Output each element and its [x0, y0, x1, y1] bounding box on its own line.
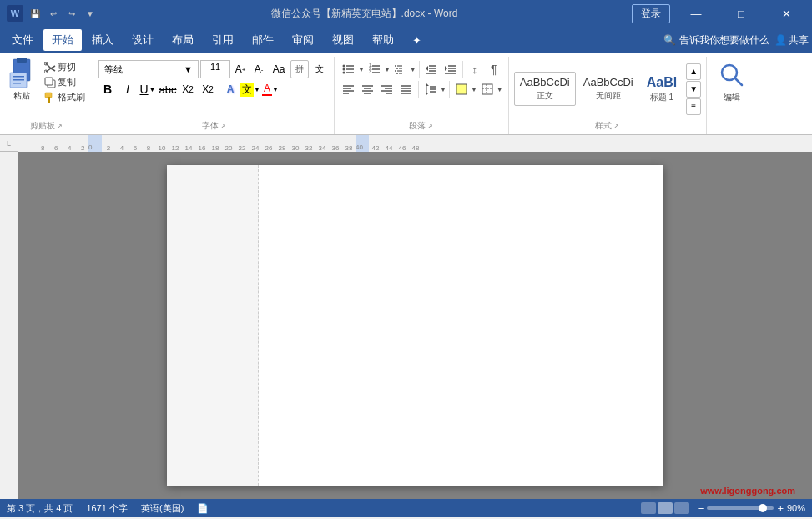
highlight-color-button[interactable]: 文▼: [241, 80, 260, 98]
borders-button[interactable]: [478, 80, 497, 98]
page-content-area[interactable]: [259, 165, 663, 457]
grow-font-button[interactable]: A+: [232, 60, 249, 78]
justify-button[interactable]: [397, 80, 416, 98]
superscript-button[interactable]: X2: [199, 80, 217, 98]
zoom-percent: 90%: [787, 503, 805, 513]
zoom-out-btn[interactable]: −: [698, 502, 704, 515]
increase-indent-button[interactable]: [441, 60, 460, 78]
menu-review[interactable]: 审阅: [284, 29, 322, 51]
ruler-corner[interactable]: L: [0, 135, 18, 152]
menu-design[interactable]: 设计: [124, 29, 162, 51]
styles-label[interactable]: 样式 ↗: [514, 118, 701, 134]
subscript-button[interactable]: X2: [179, 80, 197, 98]
page-info: 第 3 页，共 4 页: [7, 502, 73, 515]
font-color-arrow: ▼: [272, 86, 279, 93]
bold-button[interactable]: B: [98, 80, 117, 98]
tell-me-label: 告诉我你想要做什么: [679, 33, 769, 48]
web-view-btn[interactable]: [674, 502, 689, 514]
style-nospacing-label: 无间距: [596, 90, 621, 102]
menu-lightbulb[interactable]: ✦: [404, 31, 430, 50]
clipboard-label[interactable]: 剪贴板 ↗: [5, 118, 88, 134]
line-spacing-arrow[interactable]: ▼: [440, 86, 446, 93]
copy-icon: [44, 77, 56, 88]
align-left-button[interactable]: [340, 80, 358, 98]
clear-formatting-button[interactable]: Aa: [269, 60, 289, 78]
redo-btn[interactable]: ↪: [65, 7, 78, 20]
font-size-box[interactable]: 11: [200, 60, 230, 78]
more-btn[interactable]: ▼: [83, 7, 97, 20]
zoom-in-btn[interactable]: +: [777, 502, 784, 515]
person-icon: 👤: [774, 34, 787, 46]
style-heading1[interactable]: AaBl 标题 1: [641, 71, 683, 108]
menu-layout[interactable]: 布局: [164, 29, 202, 51]
page-scroll-area[interactable]: [18, 152, 812, 499]
align-right-button[interactable]: [378, 80, 396, 98]
text-effects-button[interactable]: A: [221, 80, 240, 98]
italic-button[interactable]: I: [119, 80, 137, 98]
print-view-btn[interactable]: [658, 502, 673, 514]
copy-label: 复制: [58, 76, 76, 88]
close-button[interactable]: ✕: [767, 0, 805, 27]
font-section-label[interactable]: 字体 ↗: [98, 118, 329, 134]
menu-file[interactable]: 文件: [3, 29, 42, 51]
find-button[interactable]: 编辑: [712, 57, 752, 134]
phonetic-guide-button[interactable]: 拼: [290, 60, 309, 78]
numbered-list-button[interactable]: 1.2.3.: [366, 60, 384, 78]
read-view-btn[interactable]: [641, 502, 656, 514]
styles-scroll-buttons: ▲ ▼ ≡: [686, 63, 701, 115]
format-painter-button[interactable]: 格式刷: [42, 90, 88, 104]
status-bar: 第 3 页，共 4 页 1671 个字 英语(美国) 📄 − + 90% www…: [0, 499, 812, 517]
copy-button[interactable]: 复制: [42, 75, 88, 89]
bullet-list-button[interactable]: [340, 60, 358, 78]
shading-button[interactable]: [452, 80, 471, 98]
divider: [219, 81, 219, 98]
paste-button[interactable]: 粘贴: [5, 57, 38, 103]
char-shading-button[interactable]: 文: [310, 60, 329, 78]
decrease-indent-button[interactable]: [422, 60, 441, 78]
menu-view[interactable]: 视图: [324, 29, 362, 51]
zoom-slider[interactable]: [707, 506, 774, 510]
highlight-arrow: ▼: [254, 86, 260, 93]
ruler-ticks: -8 -6 -4 -2 0 2 4 6 8 10 12 14 16 18 20 …: [35, 135, 422, 152]
svg-point-30: [396, 73, 398, 74]
multilevel-list-arrow[interactable]: ▼: [410, 66, 416, 73]
menu-references[interactable]: 引用: [204, 29, 242, 51]
paragraph-label[interactable]: 段落 ↗: [340, 118, 503, 134]
align-center-button[interactable]: [359, 80, 377, 98]
menu-home[interactable]: 开始: [43, 29, 82, 51]
sort-button[interactable]: ↕: [466, 60, 484, 78]
strikethrough-button[interactable]: abc: [159, 80, 177, 98]
styles-scroll-down[interactable]: ▼: [686, 81, 701, 98]
font-color-button[interactable]: A▼: [261, 80, 280, 98]
login-button[interactable]: 登录: [632, 4, 670, 23]
styles-scroll-up[interactable]: ▲: [686, 63, 701, 80]
underline-button[interactable]: U▼: [139, 80, 157, 98]
svg-rect-64: [456, 84, 467, 94]
share-button[interactable]: 👤 共享: [774, 33, 809, 48]
shading-arrow[interactable]: ▼: [471, 86, 477, 93]
save-btn[interactable]: 💾: [28, 7, 42, 20]
clipboard-small-btns: 剪切 复制 格式刷: [42, 57, 88, 104]
menu-mailings[interactable]: 邮件: [244, 29, 282, 51]
scissors-icon: [44, 62, 56, 73]
shrink-font-button[interactable]: A-: [250, 60, 267, 78]
tell-me-box[interactable]: 🔍 告诉我你想要做什么: [663, 33, 769, 48]
menu-help[interactable]: 帮助: [364, 29, 402, 51]
pilcrow-button[interactable]: ¶: [485, 60, 503, 78]
maximize-button[interactable]: □: [722, 0, 760, 27]
document-icon: 📄: [197, 503, 209, 514]
undo-btn[interactable]: ↩: [47, 7, 60, 20]
multilevel-list-button[interactable]: [391, 60, 410, 78]
cut-button[interactable]: 剪切: [42, 60, 88, 74]
font-name-dropdown[interactable]: 等线 ▼: [98, 60, 199, 78]
minimize-button[interactable]: —: [677, 0, 715, 27]
bullet-list-arrow[interactable]: ▼: [358, 66, 365, 73]
styles-more[interactable]: ≡: [686, 98, 701, 115]
numbered-list-arrow[interactable]: ▼: [384, 66, 391, 73]
borders-arrow[interactable]: ▼: [497, 86, 503, 93]
menu-insert[interactable]: 插入: [83, 29, 122, 51]
style-normal[interactable]: AaBbCcDi 正文: [514, 72, 576, 106]
line-spacing-button[interactable]: [421, 80, 440, 98]
svg-marker-58: [426, 83, 429, 86]
style-no-spacing[interactable]: AaBbCcDi 无间距: [577, 72, 639, 106]
